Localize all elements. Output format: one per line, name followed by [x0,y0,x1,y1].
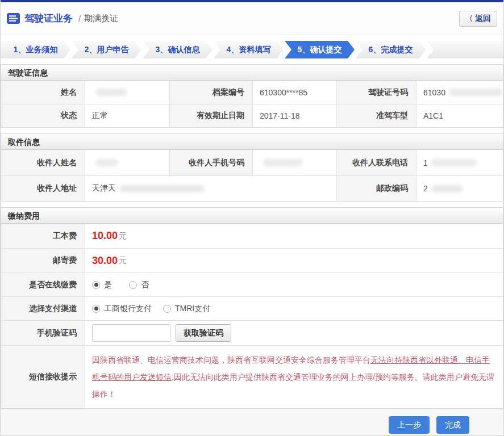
table-row: 工本费 10.00元 [1,224,503,248]
radio-label: TMRI支付 [175,304,210,314]
get-sms-code-button[interactable]: 获取验证码 [176,324,231,342]
radio-unchecked-icon[interactable] [163,305,171,313]
section-title-payment: 缴纳费用 [1,208,503,224]
payment-channel-options: 工商银行支付 TMRI支付 [85,297,503,320]
table-row: 邮寄费 30.00元 [1,248,503,272]
radio-label: 工商银行支付 [104,304,152,314]
license-number-label: 驾驶证号码 [336,81,416,104]
table-row: 是否在线缴费 是 否 [1,272,503,296]
sms-code-input[interactable] [92,324,170,342]
mailing-fee-amount: 30.00 [92,255,118,267]
done-button[interactable]: 完成 [436,416,469,434]
redacted-value [263,159,303,166]
redacted-value [95,89,127,96]
step-6-complete-submit: 6、完成提交 [356,41,426,58]
name-value [85,81,169,104]
vehicle-class-label: 准驾车型 [336,104,416,127]
redacted-value [431,185,463,192]
previous-step-button[interactable]: 上一步 [389,416,430,434]
step-label: 1、业务须知 [14,45,58,55]
step-label: 3、确认信息 [156,45,200,55]
mailing-fee-label: 邮寄费 [1,249,85,272]
radio-unchecked-icon[interactable] [129,281,137,289]
back-button[interactable]: 〈返回 [459,11,497,27]
recipient-address-value: 天津天 [85,176,336,201]
vehicle-class-value: A1C1 [416,104,503,127]
file-number-label: 档案编号 [169,81,252,104]
currency-unit: 元 [119,231,127,241]
radio-label: 否 [141,280,149,290]
online-payment-options: 是 否 [85,273,503,296]
sms-notice-label: 短信接收提示 [1,346,85,408]
sms-notice-text: 因陕西省联通、电信运营商技术问题，陕西省互联网交通安全综合服务管理平台无法向持陕… [92,346,503,408]
channel-tmri-option[interactable]: TMRI支付 [163,304,210,314]
redacted-value [95,159,118,166]
table-row: 收件人姓名 收件人手机号码 收件人联系电话 1 [1,150,503,175]
status-value: 正常 [85,104,169,127]
step-2-user-declaration: 2、用户申告 [72,41,141,58]
production-fee-amount: 10.00 [92,230,118,242]
step-5-confirm-submit: 5、确认提交 [285,41,355,58]
mailing-fee-value: 30.00元 [85,249,503,272]
redacted-value [449,89,503,96]
table-row: 短信接收提示 因陕西省联通、电信运营商技术问题，陕西省互联网交通安全综合服务管理… [1,345,503,408]
step-label: 4、资料填写 [227,45,271,55]
online-payment-label: 是否在线缴费 [1,273,85,296]
breadcrumb-separator: / [78,14,81,23]
online-payment-yes-option[interactable]: 是 [92,280,112,290]
step-label: 2、用户申告 [85,45,129,55]
recipient-phone-value: 1 [416,150,503,175]
step-3-confirm-info: 3、确认信息 [143,41,213,58]
file-number-value: 610300****85 [252,81,336,104]
redacted-value [431,159,477,166]
section-title-license: 驾驶证信息 [1,65,503,81]
name-label: 姓名 [1,81,85,104]
online-payment-no-option[interactable]: 否 [129,280,149,290]
sms-code-label: 手机验证码 [1,321,85,345]
production-fee-label: 工本费 [1,224,85,248]
table-row: 姓名 档案编号 610300****85 驾驶证号码 61030 [1,81,503,104]
step-progress-bar: 1、业务须知 2、用户申告 3、确认信息 4、资料填写 5、确认提交 6、完成提… [1,41,503,58]
page-title: 驾驶证业务 [24,12,73,25]
license-business-icon [7,13,20,24]
sms-notice-cell: 因陕西省联通、电信运营商技术问题，陕西省互联网交通安全综合服务管理平台无法向持陕… [85,346,503,408]
currency-unit: 元 [119,255,127,266]
breadcrumb-current: 期满换证 [84,13,118,24]
payment-channel-label: 选择支付渠道 [1,297,85,320]
valid-until-value: 2017-11-18 [252,104,336,127]
radio-label: 是 [104,280,112,290]
sms-code-field-cell: 获取验证码 [85,321,503,345]
footer-action-bar: 上一步 完成 [1,409,503,436]
channel-icbc-option[interactable]: 工商银行支付 [92,304,152,314]
radio-checked-icon[interactable] [92,281,100,289]
recipient-mobile-label: 收件人手机号码 [169,150,252,175]
redacted-value [119,185,205,192]
step-bar-filler [427,41,503,58]
recipient-name-label: 收件人姓名 [1,150,85,175]
recipient-address-label: 收件人地址 [1,176,85,201]
back-button-label: 返回 [475,14,491,24]
postal-code-label: 邮政编码 [336,176,416,201]
status-label: 状态 [1,104,85,127]
production-fee-value: 10.00元 [85,224,503,248]
table-row: 状态 正常 有效期止日期 2017-11-18 准驾车型 A1C1 [1,104,503,127]
page: 驾驶证业务 / 期满换证 〈返回 1、业务须知 2、用户申告 3、确认信息 4、… [0,0,504,436]
radio-checked-icon[interactable] [92,305,100,313]
license-number-value: 61030 [416,81,503,104]
step-label: 6、完成提交 [369,45,413,55]
valid-until-label: 有效期止日期 [169,104,252,127]
table-row: 选择支付渠道 工商银行支付 TMRI支付 [1,296,503,320]
page-header: 驾驶证业务 / 期满换证 〈返回 [1,2,503,35]
table-row: 收件人地址 天津天 邮政编码 2 [1,175,503,201]
postal-code-value: 2 [416,176,503,201]
section-title-pickup: 取件信息 [1,134,503,150]
step-1-business-notice: 1、业务须知 [1,41,70,58]
payment-section: 缴纳费用 工本费 10.00元 邮寄费 30.00元 是否在线缴费 是 否 选择… [1,207,503,409]
recipient-name-value [85,150,169,175]
recipient-phone-label: 收件人联系电话 [336,150,416,175]
step-label: 5、确认提交 [298,45,342,55]
license-info-section: 驾驶证信息 姓名 档案编号 610300****85 驾驶证号码 61030 状… [1,64,503,128]
table-row: 手机验证码 获取验证码 [1,320,503,345]
step-4-fill-data: 4、资料填写 [214,41,284,58]
chevron-left-icon: 〈 [465,14,473,24]
